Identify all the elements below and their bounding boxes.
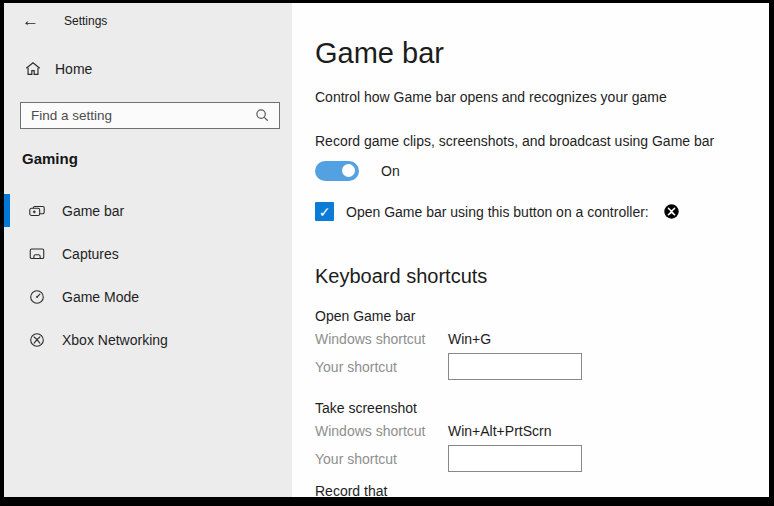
sidebar-item-xbox-networking[interactable]: Xbox Networking — [4, 318, 292, 361]
controller-checkbox[interactable]: ✓ — [315, 202, 334, 221]
keyboard-shortcuts-heading: Keyboard shortcuts — [315, 265, 749, 288]
xbox-networking-icon — [28, 331, 46, 349]
game-bar-icon — [28, 202, 46, 220]
back-icon[interactable]: ← — [22, 12, 42, 29]
main-content: Game bar Control how Game bar opens and … — [292, 3, 769, 497]
shortcut-group-name: Take screenshot — [315, 400, 749, 416]
record-toggle-row: On — [315, 161, 749, 181]
page-subtitle: Control how Game bar opens and recognize… — [315, 89, 749, 105]
sidebar: ← Settings Home — [4, 3, 292, 497]
xbox-nexus-icon — [663, 203, 680, 220]
search-input[interactable] — [31, 108, 255, 123]
sidebar-item-label: Xbox Networking — [62, 332, 168, 348]
sidebar-nav: Game bar Captures — [4, 189, 292, 361]
shortcut-group-name: Open Game bar — [315, 308, 749, 324]
sidebar-home-label: Home — [55, 61, 92, 77]
controller-checkbox-row: ✓ Open Game bar using this button on a c… — [315, 202, 749, 221]
open-game-bar-shortcut-input[interactable] — [448, 353, 582, 380]
windows-shortcut-row: Windows shortcut Win+Alt+PrtScrn — [315, 421, 749, 441]
windows-shortcut-row: Windows shortcut Win+G — [315, 329, 749, 349]
windows-shortcut-label: Windows shortcut — [315, 423, 448, 439]
your-shortcut-row: Your shortcut — [315, 353, 749, 380]
your-shortcut-row: Your shortcut — [315, 445, 749, 472]
your-shortcut-label: Your shortcut — [315, 359, 448, 375]
app-title: Settings — [64, 14, 107, 28]
take-screenshot-shortcut-input[interactable] — [448, 445, 582, 472]
sidebar-item-home[interactable]: Home — [24, 60, 292, 78]
record-toggle[interactable] — [315, 161, 359, 181]
titlebar: ← Settings — [4, 3, 292, 29]
controller-checkbox-label: Open Game bar using this button on a con… — [346, 204, 649, 220]
sidebar-item-game-bar[interactable]: Game bar — [4, 189, 292, 232]
windows-shortcut-value: Win+Alt+PrtScrn — [448, 423, 749, 439]
windows-shortcut-label: Windows shortcut — [315, 331, 448, 347]
page-title: Game bar — [315, 37, 749, 70]
game-mode-icon — [28, 288, 46, 306]
windows-shortcut-value: Win+G — [448, 331, 749, 347]
sidebar-item-captures[interactable]: Captures — [4, 232, 292, 275]
shortcut-group-name: Record that — [315, 483, 749, 497]
sidebar-item-label: Captures — [62, 246, 119, 262]
sidebar-item-label: Game bar — [62, 203, 124, 219]
sidebar-item-label: Game Mode — [62, 289, 139, 305]
sidebar-item-game-mode[interactable]: Game Mode — [4, 275, 292, 318]
toggle-state-label: On — [381, 163, 400, 179]
sidebar-section-gaming: Gaming — [22, 150, 292, 167]
your-shortcut-label: Your shortcut — [315, 451, 448, 467]
screenshot-frame: ← Settings Home — [0, 0, 774, 506]
home-icon — [24, 60, 42, 78]
record-setting-label: Record game clips, screenshots, and broa… — [315, 133, 749, 149]
captures-icon — [28, 245, 46, 263]
toggle-knob-icon — [342, 164, 355, 177]
search-icon[interactable] — [255, 108, 270, 123]
search-box — [20, 102, 280, 129]
settings-window: ← Settings Home — [4, 3, 769, 497]
